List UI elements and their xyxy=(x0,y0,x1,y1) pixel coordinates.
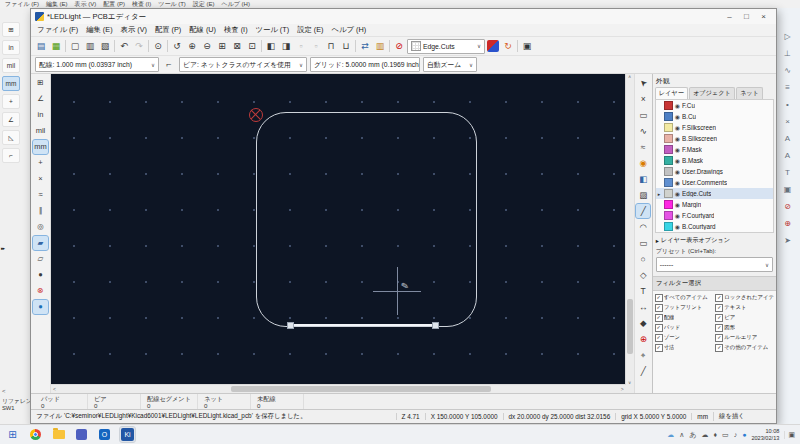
delete-tool-icon[interactable]: ◆ xyxy=(636,316,650,330)
grid-origin-icon[interactable]: ⌖ xyxy=(636,348,650,362)
units-mm-icon[interactable]: mm xyxy=(33,140,48,154)
close-button[interactable]: × xyxy=(755,9,772,24)
checkbox-icon[interactable]: ✓ xyxy=(655,344,663,352)
segment-handle[interactable] xyxy=(287,322,294,329)
filter-checkbox-item[interactable]: ✓ フットプリント xyxy=(655,303,714,312)
teams-icon[interactable] xyxy=(74,427,89,442)
drill-origin-icon[interactable]: ⊕ xyxy=(636,332,650,346)
browser-icon[interactable]: ● xyxy=(742,431,746,438)
group-icon[interactable]: ▫ xyxy=(294,39,308,53)
layer-visibility-icon[interactable]: ◉ xyxy=(675,146,680,153)
back-triangle-icon[interactable]: ◺ xyxy=(2,130,20,145)
layer-row[interactable]: ▸ ◉ F.Courtyard xyxy=(656,210,773,221)
footprint-library-icon[interactable]: ▥ xyxy=(373,39,387,53)
checkbox-icon[interactable]: ✓ xyxy=(655,304,663,312)
vertical-scroll-thumb[interactable] xyxy=(627,299,633,354)
layer-color-swatch[interactable] xyxy=(664,145,673,154)
layer-row[interactable]: ▸ ◉ User.Comments xyxy=(656,177,773,188)
curved-ratsnest-icon[interactable]: ≈ xyxy=(33,188,48,202)
layer-row[interactable]: ▸ ◉ Margin xyxy=(656,199,773,210)
measure-tool-icon[interactable]: ╱ xyxy=(636,364,650,378)
draw-rectangle-icon[interactable]: ▭ xyxy=(636,236,650,250)
start-button[interactable]: ⊞ xyxy=(5,427,20,442)
refresh-icon[interactable]: ↺ xyxy=(170,39,184,53)
layer-color-swatch[interactable] xyxy=(664,112,673,121)
board-setup-icon[interactable]: ▦ xyxy=(49,39,63,53)
edge-cuts-segment[interactable] xyxy=(290,324,435,326)
filter-checkbox-item[interactable]: ✓ ロックされたアイテム xyxy=(715,293,774,302)
layer-visibility-icon[interactable]: ◉ xyxy=(675,190,680,197)
layer-color-swatch[interactable] xyxy=(664,189,673,198)
unlock-icon[interactable]: ⊔ xyxy=(339,39,353,53)
ratsnest-visibility-icon[interactable]: × xyxy=(33,172,48,186)
filter-checkbox-item[interactable]: ✓ ビア xyxy=(715,313,774,322)
layer-row[interactable]: ▸ ◉ Edge.Cuts xyxy=(656,188,773,199)
checkbox-icon[interactable]: ✓ xyxy=(715,324,723,332)
print-icon[interactable]: ▥ xyxy=(83,39,97,53)
mic-icon[interactable]: ♦ xyxy=(713,431,717,438)
taskbar-clock[interactable]: 10:08 2023/02/13 xyxy=(751,428,779,441)
layer-display-options[interactable]: ▸ レイヤー表示オプション xyxy=(653,233,776,246)
filter-checkbox-item[interactable]: ✓ パッド xyxy=(655,323,714,332)
schematic-noconnect-icon[interactable]: × xyxy=(785,117,790,126)
tab-nets[interactable]: ネット xyxy=(736,87,763,99)
tab-layers[interactable]: レイヤー xyxy=(655,87,688,99)
back-grid-icon[interactable]: ⊞ xyxy=(2,22,20,37)
background-menu-item[interactable]: ファイル (F) xyxy=(2,0,42,8)
outlook-icon[interactable]: O xyxy=(97,427,112,442)
tab-objects[interactable]: オブジェクト xyxy=(689,87,735,99)
menu-item[interactable]: 配線 (U) xyxy=(185,25,220,35)
schematic-text-icon[interactable]: T xyxy=(785,168,790,177)
back-units-mils-icon[interactable]: mil xyxy=(2,58,20,73)
menu-item[interactable]: ヘルプ (H) xyxy=(328,25,371,35)
flip-board-icon[interactable]: ◧ xyxy=(264,39,278,53)
background-menu-item[interactable]: 表示 (V) xyxy=(72,0,100,8)
pcb-canvas[interactable]: ✎ xyxy=(51,74,626,385)
layer-row[interactable]: ▸ ◉ F.Silkscreen xyxy=(656,122,773,133)
menu-item[interactable]: 設定 (E) xyxy=(293,25,327,35)
kicad-taskbar-icon[interactable]: Ki xyxy=(120,427,135,442)
layer-row[interactable]: ▸ ◉ B.Courtyard xyxy=(656,221,773,232)
checkbox-icon[interactable]: ✓ xyxy=(655,334,663,342)
find-icon[interactable]: ⊙ xyxy=(151,39,165,53)
layer-color-swatch[interactable] xyxy=(664,167,673,176)
menu-item[interactable]: ツール (T) xyxy=(252,25,294,35)
high-contrast-icon[interactable]: ● xyxy=(33,300,48,314)
back-angle-icon[interactable]: ∠ xyxy=(2,112,20,127)
layer-color-swatch[interactable] xyxy=(664,134,673,143)
minimize-button[interactable]: – xyxy=(721,9,738,24)
back-units-mm-icon[interactable]: mm xyxy=(2,76,20,91)
filter-checkbox-item[interactable]: ✓ その他のアイテム xyxy=(715,343,774,352)
layer-color-swatch[interactable] xyxy=(664,222,673,231)
layer-visibility-icon[interactable]: ◉ xyxy=(675,157,680,164)
units-inches-icon[interactable]: in xyxy=(33,108,48,122)
filter-checkbox-item[interactable]: ✓ 配線 xyxy=(655,313,714,322)
scroll-right-icon[interactable]: > xyxy=(621,386,624,392)
back-wire-icon[interactable]: ⌐ xyxy=(2,148,20,163)
background-menu-item[interactable]: 設定 (E) xyxy=(190,0,218,8)
track-posture-icon[interactable]: ⌐ xyxy=(162,58,176,72)
pad-outline-icon[interactable]: ● xyxy=(33,268,48,282)
filter-checkbox-item[interactable]: ✓ ゾーン xyxy=(655,333,714,342)
ungroup-icon[interactable]: ▫ xyxy=(309,39,323,53)
filter-checkbox-item[interactable]: ✓ テキスト xyxy=(715,303,774,312)
track-outline-icon[interactable]: ∥ xyxy=(33,204,48,218)
schematic-image-icon[interactable]: ▣ xyxy=(784,185,792,194)
tune-length-icon[interactable]: ≈ xyxy=(636,140,650,154)
add-footprint-icon[interactable]: ◧ xyxy=(636,172,650,186)
lock-icon[interactable]: ⊓ xyxy=(324,39,338,53)
layer-row[interactable]: ▸ ◉ F.Cu xyxy=(656,100,773,111)
filter-checkbox-item[interactable]: ✓ 寸法 xyxy=(655,343,714,352)
schematic-cursor-icon[interactable]: ➤ xyxy=(784,236,791,245)
scripting-console-icon[interactable]: ▣ xyxy=(520,39,534,53)
filter-checkbox-item[interactable]: ✓ ルールエリア xyxy=(715,333,774,342)
update-pcb-from-schematic-icon[interactable]: ⇄ xyxy=(358,39,372,53)
mirror-board-icon[interactable]: ◨ xyxy=(279,39,293,53)
file-explorer-icon[interactable] xyxy=(51,427,66,442)
active-layer-selector[interactable]: Edge.Cuts ∨ xyxy=(407,39,485,54)
maximize-button[interactable]: □ xyxy=(738,9,755,24)
board-outline[interactable] xyxy=(256,112,477,327)
via-size-selector[interactable]: ビア: ネットクラスのサイズを使用 ∨ xyxy=(179,57,307,72)
segment-handle[interactable] xyxy=(432,322,439,329)
plot-icon[interactable]: ▧ xyxy=(98,39,112,53)
